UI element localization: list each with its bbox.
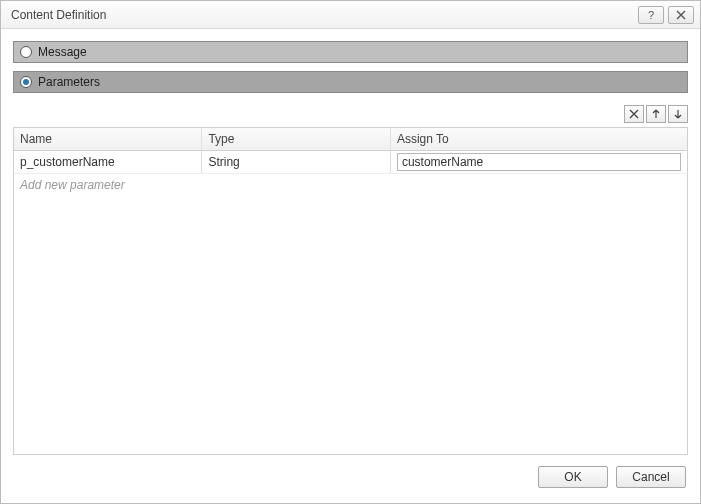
content-area: Message Parameters [1, 29, 700, 455]
grid-toolbar [13, 105, 688, 123]
close-icon [675, 10, 687, 20]
column-header-assign[interactable]: Assign To [391, 128, 687, 150]
content-definition-dialog: Content Definition ? Message Parameters [0, 0, 701, 504]
cancel-button[interactable]: Cancel [616, 466, 686, 488]
parameters-grid: Name Type Assign To p_customerName Strin… [13, 127, 688, 455]
option-parameters-label: Parameters [38, 75, 100, 89]
column-header-name[interactable]: Name [14, 128, 202, 150]
dialog-title: Content Definition [11, 8, 106, 22]
move-up-button[interactable] [646, 105, 666, 123]
grid-header: Name Type Assign To [14, 128, 687, 151]
table-row[interactable]: p_customerName String [14, 151, 687, 174]
move-down-button[interactable] [668, 105, 688, 123]
cell-assign [391, 151, 687, 173]
ok-button[interactable]: OK [538, 466, 608, 488]
close-button[interactable] [668, 6, 694, 24]
delete-row-button[interactable] [624, 105, 644, 123]
help-icon: ? [648, 9, 654, 21]
add-parameter-row[interactable]: Add new parameter [14, 174, 687, 196]
titlebar: Content Definition ? [1, 1, 700, 29]
dialog-button-bar: OK Cancel [1, 455, 700, 503]
option-message-label: Message [38, 45, 87, 59]
grid-body: p_customerName String Add new parameter [14, 151, 687, 454]
cell-name[interactable]: p_customerName [14, 151, 202, 173]
option-parameters[interactable]: Parameters [13, 71, 688, 93]
arrow-up-icon [651, 109, 661, 119]
help-button[interactable]: ? [638, 6, 664, 24]
delete-icon [629, 109, 639, 119]
option-message[interactable]: Message [13, 41, 688, 63]
arrow-down-icon [673, 109, 683, 119]
assign-to-input[interactable] [397, 153, 681, 171]
radio-unchecked-icon [20, 46, 32, 58]
column-header-type[interactable]: Type [202, 128, 390, 150]
radio-checked-icon [20, 76, 32, 88]
cell-type[interactable]: String [202, 151, 390, 173]
